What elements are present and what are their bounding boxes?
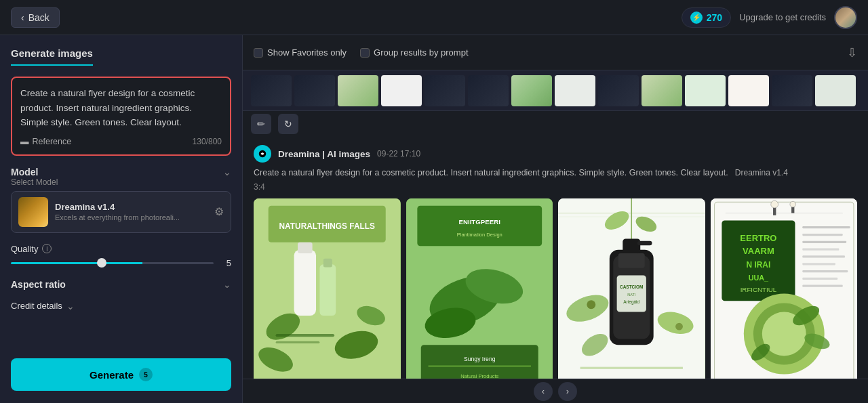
image-card-2[interactable]: ENIITGPEERI Plantimation Design Sungy Ir… <box>406 198 553 379</box>
credit-details-chevron-icon: ⌄ <box>66 301 75 312</box>
svg-rect-60 <box>802 234 842 236</box>
toolbar: Show Favorites only Group results by pro… <box>243 35 868 70</box>
credit-details-label: Credit details <box>11 301 62 311</box>
image-card-3[interactable]: CASTCIOM NATI Ariegáid <box>558 198 705 379</box>
model-chevron-icon: ⌄ <box>223 167 231 177</box>
model-section-title: Model <box>11 167 38 177</box>
group-results-filter[interactable]: Group results by prompt <box>360 47 468 58</box>
svg-text:N IRAI: N IRAI <box>746 259 770 269</box>
quality-slider[interactable] <box>11 262 214 264</box>
main-layout: Generate images Create a natural flyer d… <box>0 35 868 403</box>
entry-date: 09-22 17:10 <box>377 149 420 158</box>
thumb-14[interactable] <box>815 75 856 106</box>
thumb-12[interactable] <box>728 75 769 106</box>
avatar[interactable] <box>834 6 857 29</box>
aspect-ratio-section: Aspect ratio ⌄ <box>11 279 231 290</box>
select-model-label: Select Model <box>11 177 231 187</box>
show-favorites-checkbox[interactable] <box>254 48 263 58</box>
model-name: Dreamina v1.4 <box>55 202 208 212</box>
generate-label: Generate <box>90 369 134 381</box>
svg-rect-5 <box>298 242 313 253</box>
thumb-3[interactable] <box>338 75 378 106</box>
svg-rect-7 <box>323 258 332 267</box>
image-card-4[interactable]: EERTRO VAARM N IRAI UUA_ IRFICNTIUL <box>711 198 858 379</box>
thumb-1[interactable] <box>251 75 292 106</box>
quality-row: Quality i <box>11 244 231 254</box>
svg-rect-4 <box>294 249 316 315</box>
svg-text:UUA_: UUA_ <box>748 274 768 282</box>
prev-page-button[interactable]: ‹ <box>534 382 553 401</box>
prompt-text: Create a natural flyer design for a cosm… <box>20 86 222 130</box>
edit-pencil-button[interactable]: ✏ <box>251 114 271 134</box>
group-results-checkbox[interactable] <box>360 48 370 58</box>
thumb-8[interactable] <box>555 75 595 106</box>
svg-text:NATI: NATI <box>627 293 635 297</box>
image-card-1[interactable]: NATURALTHINGS FALLS <box>254 198 401 379</box>
image-grid: NATURALTHINGS FALLS <box>254 198 857 379</box>
quality-section: Quality i 5 <box>11 244 231 268</box>
thumbnail-strip <box>243 70 868 111</box>
credits-badge: ⚡ 270 <box>682 7 731 28</box>
svg-text:EERTRO: EERTRO <box>740 232 776 242</box>
model-section-header: Model ⌄ <box>11 167 231 177</box>
model-card[interactable]: Dreamina v1.4 Excels at everything from … <box>11 191 231 233</box>
image-2-svg: ENIITGPEERI Plantimation Design Sungy Ir… <box>406 198 553 379</box>
svg-text:Plantimation Design: Plantimation Design <box>456 232 502 238</box>
next-page-button[interactable]: › <box>558 382 577 401</box>
svg-text:Natural Products: Natural Products <box>460 373 498 379</box>
model-thumb-image <box>18 197 48 227</box>
model-info: Dreamina v1.4 Excels at everything from … <box>55 202 208 221</box>
model-tag: Dreamina v1.4 <box>730 168 788 177</box>
model-desc: Excels at everything from photoreali... <box>55 213 208 221</box>
edit-refresh-button[interactable]: ↻ <box>278 114 298 134</box>
thumb-10[interactable] <box>642 75 682 106</box>
generate-button[interactable]: Generate 5 <box>11 358 231 391</box>
entry-prompt-line: Create a natural flyer design for a cosm… <box>254 167 857 179</box>
thumb-13[interactable] <box>772 75 812 106</box>
thumb-4[interactable] <box>381 75 422 106</box>
show-favorites-filter[interactable]: Show Favorites only <box>254 47 347 58</box>
thumb-7[interactable] <box>511 75 552 106</box>
save-icon-button[interactable]: ⇩ <box>847 45 857 60</box>
svg-rect-33 <box>618 253 645 268</box>
thumb-6[interactable] <box>468 75 509 106</box>
svg-rect-15 <box>417 206 542 246</box>
svg-rect-64 <box>802 263 835 265</box>
svg-rect-65 <box>802 270 848 272</box>
generation-entry: Dreamina | AI images 09-22 17:10 Create … <box>254 145 857 379</box>
svg-rect-45 <box>580 366 683 368</box>
svg-rect-34 <box>623 238 640 253</box>
svg-text:VAARM: VAARM <box>743 246 774 256</box>
thumb-5[interactable] <box>425 75 465 106</box>
thumb-2[interactable] <box>294 75 335 106</box>
upgrade-button[interactable]: Upgrade to get credits <box>739 12 826 22</box>
top-right: ⚡ 270 Upgrade to get credits <box>682 6 857 29</box>
credit-details-row[interactable]: Credit details ⌄ <box>11 301 231 312</box>
show-favorites-label: Show Favorites only <box>267 47 347 58</box>
top-bar: ‹ Back ⚡ 270 Upgrade to get credits <box>0 0 868 35</box>
prompt-footer: ▬ Reference 130/800 <box>20 137 222 146</box>
reference-icon: ▬ <box>20 137 29 146</box>
back-button[interactable]: ‹ Back <box>11 7 60 28</box>
slider-container: 5 <box>11 258 231 268</box>
model-settings-icon[interactable]: ⚙ <box>214 205 224 218</box>
svg-rect-12 <box>276 334 334 337</box>
svg-text:IRFICNTIUL: IRFICNTIUL <box>740 286 776 293</box>
reference-button[interactable]: ▬ Reference <box>20 137 71 146</box>
image-1-svg: NATURALTHINGS FALLS <box>254 198 401 379</box>
generate-cost-badge: 5 <box>139 368 153 381</box>
thumb-9[interactable] <box>598 75 639 106</box>
model-section: Model ⌄ Select Model Dreamina v1.4 Excel… <box>11 167 231 233</box>
back-label: Back <box>28 12 50 23</box>
back-chevron-icon: ‹ <box>21 12 24 23</box>
prompt-box[interactable]: Create a natural flyer design for a cosm… <box>11 77 231 156</box>
svg-rect-62 <box>802 248 839 250</box>
svg-text:Sungy Ireng: Sungy Ireng <box>463 356 495 362</box>
thumb-11[interactable] <box>685 75 726 106</box>
svg-text:Ariegáid: Ariegáid <box>623 299 639 304</box>
dreamina-logo-icon <box>258 149 267 158</box>
content-area: Dreamina | AI images 09-22 17:10 Create … <box>243 137 868 379</box>
svg-rect-61 <box>802 240 846 242</box>
svg-text:ENIITGPEERI: ENIITGPEERI <box>458 218 500 226</box>
svg-rect-35 <box>637 240 652 245</box>
